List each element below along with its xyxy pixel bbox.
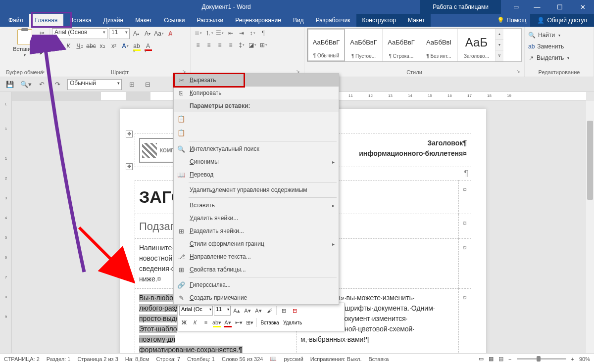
- show-marks-button[interactable]: ¶: [258, 28, 268, 38]
- copy-icon[interactable]: ⎘: [38, 39, 47, 47]
- tab-insert[interactable]: Вставка: [63, 14, 98, 27]
- align-right-button[interactable]: ≡: [215, 40, 225, 50]
- mini-indent[interactable]: ⇤▾: [234, 318, 244, 327]
- status-track-changes[interactable]: Исправления: Выкл.: [310, 356, 362, 362]
- status-word-count[interactable]: Слово 56 из 324: [222, 356, 263, 362]
- justify-button[interactable]: ≡: [226, 40, 236, 50]
- style-item[interactable]: АаБбВвІ¶ Без инт...: [420, 29, 458, 61]
- undo-button[interactable]: ↶: [36, 79, 48, 91]
- increase-indent-button[interactable]: ⇥: [237, 28, 247, 38]
- line-spacing-button[interactable]: ‡: [237, 40, 247, 50]
- numbering-button[interactable]: ⒈: [204, 28, 214, 38]
- context-menu-item[interactable]: Удалить ячейки...: [174, 212, 339, 225]
- select-button[interactable]: ⭷Выделить▾: [528, 53, 590, 63]
- multilevel-button[interactable]: ☰: [215, 28, 225, 38]
- share-button[interactable]: 👤Общий доступ: [530, 14, 594, 27]
- mini-grow-font[interactable]: A▴: [232, 306, 242, 316]
- mini-italic[interactable]: К: [190, 318, 200, 327]
- vertical-ruler[interactable]: L 1 1 2 3 4 5 6 7 8 9: [0, 92, 12, 353]
- status-language[interactable]: русский: [284, 356, 303, 362]
- tab-layout[interactable]: Макет: [129, 14, 158, 27]
- style-item[interactable]: АаБбВвГ¶ Обычный: [307, 29, 345, 61]
- align-left-button[interactable]: ≡: [193, 40, 203, 50]
- view-print-icon[interactable]: ▦: [489, 356, 494, 362]
- save-button[interactable]: 💾: [4, 79, 16, 91]
- tab-design[interactable]: Дизайн: [98, 14, 129, 27]
- change-case-button[interactable]: Aa: [154, 29, 164, 39]
- context-menu-item[interactable]: Синонимы: [174, 155, 339, 168]
- zoom-level[interactable]: 90%: [579, 356, 590, 362]
- status-page[interactable]: СТРАНИЦА: 2: [4, 356, 40, 362]
- styles-gallery[interactable]: АаБбВвГ¶ ОбычныйАаБбВвГ¶ Пустое...АаБбВв…: [307, 28, 522, 62]
- mini-align[interactable]: ≡: [201, 318, 211, 327]
- align-center-button[interactable]: ≡: [204, 40, 214, 50]
- zoom-in-button[interactable]: +: [571, 356, 574, 362]
- font-name-select[interactable]: Arial (Основ: [52, 28, 107, 39]
- decrease-indent-button[interactable]: ⇤: [226, 28, 236, 38]
- mini-shrink-font[interactable]: A▾: [243, 306, 252, 316]
- italic-button[interactable]: К: [63, 41, 73, 51]
- zoom-out-button[interactable]: −: [508, 356, 511, 362]
- superscript-button[interactable]: x²: [109, 41, 119, 51]
- bold-button[interactable]: Ж: [52, 41, 62, 51]
- mini-font-size[interactable]: 11: [214, 306, 231, 316]
- context-menu-item[interactable]: ⊞Разделить ячейки...: [174, 225, 339, 237]
- style-item[interactable]: АаБбВвГ¶ Строка...: [383, 29, 420, 61]
- context-menu-item[interactable]: ⊞Свойства таблицы...: [174, 263, 339, 276]
- tell-me[interactable]: 💡Помощ: [493, 14, 530, 27]
- mini-styles[interactable]: A▾: [253, 306, 263, 316]
- borders-button[interactable]: ⊞: [258, 40, 268, 50]
- replace-button[interactable]: abЗаменить: [528, 42, 590, 51]
- tab-review[interactable]: Рецензирование: [229, 14, 287, 27]
- context-menu-item[interactable]: ⎇Направление текста...: [174, 250, 339, 263]
- status-page-of[interactable]: Страница 2 из 3: [77, 356, 118, 362]
- highlight-button[interactable]: ab: [132, 41, 142, 51]
- table-move-handle[interactable]: ✥: [126, 131, 133, 137]
- bullets-button[interactable]: ≣: [193, 28, 203, 38]
- expand-gallery-icon[interactable]: ⊽: [495, 50, 503, 61]
- style-quick-select[interactable]: Обычный: [67, 79, 122, 90]
- dialog-launcher-icon[interactable]: ↘: [41, 69, 47, 75]
- strikethrough-button[interactable]: abc: [86, 41, 96, 51]
- cut-icon[interactable]: ✂: [38, 30, 47, 38]
- format-painter-icon[interactable]: 🖌: [38, 48, 47, 56]
- context-menu-item[interactable]: ✎Создать примечание: [174, 291, 339, 304]
- mini-font-name[interactable]: Arial (Ос: [179, 306, 213, 316]
- zoom-slider[interactable]: [517, 358, 566, 360]
- redo-button[interactable]: ↷: [51, 79, 63, 91]
- context-menu-item[interactable]: ✂Вырезать: [174, 74, 339, 87]
- ribbon-options-icon[interactable]: ▭: [506, 3, 526, 10]
- tab-constructor[interactable]: Конструктор: [356, 14, 402, 27]
- style-item[interactable]: АаБбВвГ¶ Пустое...: [345, 29, 383, 61]
- tab-developer[interactable]: Разработчик: [310, 14, 356, 27]
- mini-delete-button[interactable]: ⊟: [290, 306, 299, 316]
- context-menu-item[interactable]: 🔍Интеллектуальный поиск: [174, 142, 339, 155]
- font-size-select[interactable]: 11: [109, 28, 130, 39]
- status-column[interactable]: Столбец: 1: [187, 356, 215, 362]
- close-button[interactable]: ✕: [571, 0, 594, 14]
- shading-button[interactable]: ◪: [248, 40, 257, 50]
- context-menu-item[interactable]: Параметры вставки:: [174, 99, 339, 112]
- mini-format-painter[interactable]: 🖌: [264, 306, 274, 316]
- status-section[interactable]: Раздел: 1: [47, 356, 71, 362]
- minimize-button[interactable]: —: [526, 0, 548, 14]
- grow-font-button[interactable]: A▴: [131, 29, 141, 39]
- view-web-icon[interactable]: ▤: [498, 356, 503, 362]
- mini-insert-label[interactable]: Вставка: [259, 320, 281, 325]
- paste-option[interactable]: 📋: [174, 125, 339, 140]
- context-menu-item[interactable]: Стили оформления границ: [174, 237, 339, 250]
- vertical-scrollbar[interactable]: [586, 101, 594, 353]
- print-preview-button[interactable]: 🔍▾: [20, 79, 32, 91]
- tab-file[interactable]: Файл: [2, 14, 29, 27]
- mini-font-color[interactable]: A▾: [223, 318, 233, 327]
- subscript-button[interactable]: x₂: [98, 41, 107, 51]
- status-position[interactable]: На: 8,8см: [125, 356, 149, 362]
- context-menu-item[interactable]: 📋: [174, 112, 339, 125]
- context-menu-item[interactable]: 📖Перевод: [174, 168, 339, 181]
- dialog-launcher-icon[interactable]: ↘: [516, 69, 522, 75]
- scroll-down-icon[interactable]: ▾: [495, 40, 503, 50]
- find-button[interactable]: 🔍Найти▾: [528, 30, 590, 40]
- tab-home[interactable]: Главная: [29, 14, 64, 27]
- sort-button[interactable]: ↕: [248, 28, 257, 38]
- context-menu-item[interactable]: Вставить: [174, 199, 339, 212]
